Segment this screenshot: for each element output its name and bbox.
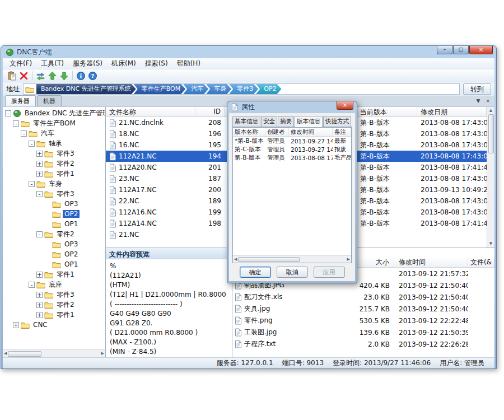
scrollbar-thumb[interactable] [238, 257, 300, 262]
tree-item-OP2[interactable]: OP2 [3, 209, 105, 219]
collapse-icon[interactable]: - [13, 120, 19, 127]
dialog-tab-2[interactable]: 摘要 [278, 116, 294, 127]
paste-icon[interactable] [6, 70, 18, 82]
close-button[interactable]: × [469, 46, 493, 54]
menu-item-2[interactable]: 服务器(S) [68, 58, 107, 69]
apply-button[interactable]: 应用 [314, 267, 345, 278]
scroll-up-icon[interactable]: ▲ [489, 109, 492, 113]
transfer-icon[interactable] [35, 70, 46, 82]
tree-item-OP3[interactable]: OP3 [3, 199, 105, 209]
menu-item-3[interactable]: 机床(M) [107, 58, 141, 69]
tree-item-底座[interactable]: -底座 [3, 279, 105, 290]
breadcrumb-segment-3[interactable]: 车身 [206, 84, 231, 94]
version-row-2[interactable]: 第-B-版本管理员2013-08-08 17:...毛产品程序 [233, 153, 351, 162]
go-button[interactable]: 转到 [463, 83, 491, 95]
menu-item-0[interactable]: 文件(F) [5, 58, 36, 69]
tree-item-零件3[interactable]: +零件3 [3, 290, 105, 300]
expand-icon[interactable]: + [36, 312, 43, 318]
dialog-hscrollbar[interactable]: ◀ ▶ [233, 255, 351, 263]
tree-item-零件3[interactable]: -零件3 [3, 189, 105, 199]
maximize-button[interactable]: □ [453, 46, 469, 54]
scroll-left-icon[interactable]: ◀ [234, 258, 237, 262]
column-header-modified[interactable]: 修改时间 [394, 257, 468, 267]
tree-item-OP1[interactable]: OP1 [3, 219, 105, 229]
expand-icon[interactable]: + [36, 161, 43, 167]
menu-item-1[interactable]: 工具(T) [36, 58, 68, 69]
info-icon[interactable] [75, 70, 87, 82]
title-bar[interactable]: DNC客户端 – □ × [1, 46, 496, 58]
expand-icon[interactable]: + [36, 302, 43, 308]
tab-machine[interactable]: 机器 [37, 95, 62, 106]
tree-item-零件1[interactable]: +零件1 [3, 169, 105, 179]
expand-icon[interactable]: + [13, 322, 19, 328]
collapse-icon[interactable]: - [36, 191, 43, 197]
tree-hscrollbar[interactable]: ◀ ▶ [3, 349, 105, 357]
tree-item-零件1[interactable]: +零件1 [3, 269, 105, 279]
ok-button[interactable]: 确定 [240, 267, 271, 278]
cancel-button[interactable]: 取消 [277, 267, 308, 278]
version-column-3[interactable]: 备注 [333, 128, 351, 136]
menu-item-4[interactable]: 搜索(S) [141, 58, 172, 69]
dialog-tab-1[interactable]: 安全 [261, 116, 277, 127]
scrollbar-thumb[interactable] [8, 351, 41, 357]
attachment-row-5[interactable]: 工装图.jpg139.6 KB2013-09-12 21:50:39 [232, 326, 494, 338]
delete-icon[interactable] [18, 70, 30, 82]
expand-icon[interactable]: + [36, 171, 43, 177]
collapse-icon[interactable]: - [29, 141, 35, 147]
dialog-tab-3[interactable]: 版本信息 [295, 116, 323, 127]
dialog-tab-0[interactable]: 基本信息 [232, 116, 260, 127]
scrollbar-thumb[interactable] [488, 114, 494, 153]
version-column-1[interactable]: 创建者 [265, 128, 289, 136]
panel-pin-icon[interactable]: ▼ [477, 98, 480, 104]
version-column-0[interactable]: 版本名称 [233, 128, 265, 136]
breadcrumb-segment-1[interactable]: 零件生产BOM [134, 84, 186, 94]
version-row-0[interactable]: *第-B-版本管理员2013-09-27 14:...最新 [233, 137, 351, 145]
scroll-right-icon[interactable]: ▶ [101, 352, 104, 356]
breadcrumb-segment-5[interactable]: OP2 [256, 84, 281, 94]
dialog-tab-4[interactable]: 快捷方式 [323, 116, 351, 127]
tree-item-OP1[interactable]: OP1 [3, 259, 105, 269]
help-icon[interactable]: ? [87, 70, 99, 82]
column-header-filename[interactable]: 文件名称 [106, 107, 195, 116]
tree-item-车身[interactable]: -车身 [3, 179, 105, 189]
tree-item-零件2[interactable]: +零件2 [3, 158, 105, 169]
version-row-1[interactable]: 第-C-版本管理员2013-09-27 14:...报废 [233, 145, 351, 153]
address-field[interactable]: Bandex DNC 先进生产管理系统零件生产BOM汽车车身零件3OP2 [23, 83, 460, 95]
upload-icon[interactable] [46, 70, 58, 82]
tab-server[interactable]: 服务器 [5, 95, 36, 106]
tree-item-轴承[interactable]: -轴承 [3, 138, 105, 148]
collapse-icon[interactable]: - [36, 231, 43, 237]
column-header-size[interactable]: 大小 [353, 257, 394, 267]
attachment-row-4[interactable]: 零件.png530.5 KB2013-09-12 22:22:48 [232, 315, 494, 326]
dialog-close-button[interactable]: × [337, 101, 353, 110]
scroll-down-icon[interactable]: ▼ [489, 242, 492, 246]
column-header-id[interactable]: ID [195, 107, 225, 116]
minimize-button[interactable]: – [437, 46, 452, 54]
tree-item-零件生产BOM[interactable]: -零件生产BOM [3, 118, 105, 128]
attachment-row-3[interactable]: 夹具.jpg215.7 KB2013-09-12 21:50:40 [232, 303, 494, 315]
attachment-row-2[interactable]: 配刀文件.xls23.0 KB2013-09-12 21:50:40 [232, 291, 494, 303]
tree-item-CNC[interactable]: +CNC [3, 320, 105, 330]
tree-item-零件3[interactable]: +零件3 [3, 148, 105, 158]
download-icon[interactable] [58, 70, 70, 82]
menu-item-5[interactable]: 帮助(H) [172, 58, 205, 69]
breadcrumb-segment-2[interactable]: 汽车 [183, 84, 208, 94]
breadcrumb-segment-0[interactable]: Bandex DNC 先进生产管理系统 [36, 84, 136, 94]
tree-item-零件1[interactable]: +零件1 [3, 310, 105, 320]
column-header-file[interactable]: 文件(& [468, 257, 494, 267]
panel-close-icon[interactable]: × [486, 98, 490, 104]
column-header-date[interactable]: 修改日期 [417, 107, 487, 116]
tree-item-零件2[interactable]: +零件2 [3, 300, 105, 310]
attachment-row-6[interactable]: 子程序.txt2.0 KB2013-09-12 22:26:28 [232, 338, 494, 350]
column-header-version[interactable]: 当前版本 [357, 107, 417, 116]
collapse-icon[interactable]: - [21, 130, 27, 137]
expand-icon[interactable]: + [36, 151, 43, 157]
tree-item-汽车[interactable]: -汽车 [3, 128, 105, 138]
collapse-icon[interactable]: - [29, 181, 35, 187]
tree-item-零件2[interactable]: -零件2 [3, 229, 105, 239]
breadcrumb-segment-4[interactable]: 零件3 [229, 84, 258, 94]
tree-item-OP2[interactable]: OP2 [3, 249, 105, 259]
expand-icon[interactable]: + [36, 272, 43, 278]
tree-item-OP3[interactable]: OP3 [3, 239, 105, 249]
scroll-right-icon[interactable]: ▶ [347, 258, 350, 262]
